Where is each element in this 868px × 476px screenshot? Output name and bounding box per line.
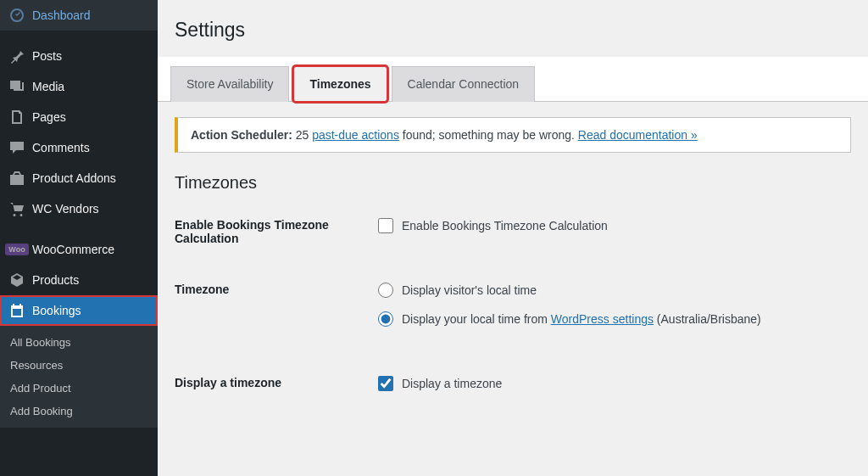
checkbox-label-display[interactable]: Display a timezone: [378, 376, 851, 391]
row-timezone: Timezone Display visitor's local time Di…: [175, 272, 851, 350]
tab-calendar-connection[interactable]: Calendar Connection: [392, 66, 536, 102]
label-timezone: Timezone: [175, 283, 378, 296]
notice-bold: Action Scheduler:: [191, 128, 292, 142]
dashboard-icon: [8, 7, 25, 24]
tab-store-availability[interactable]: Store Availability: [170, 66, 289, 102]
sidebar-item-label: Dashboard: [32, 8, 91, 22]
section-title: Timezones: [158, 168, 868, 208]
sidebar-item-label: Comments: [32, 141, 90, 154]
radio-visitor-time[interactable]: [378, 283, 393, 298]
sidebar-item-label: Posts: [32, 49, 62, 63]
sidebar-item-label: Bookings: [32, 304, 81, 317]
label-display-timezone: Display a timezone: [175, 376, 378, 389]
label-enable-timezone-calc: Enable Bookings Timezone Calculation: [175, 218, 378, 245]
sidebar-submenu: All Bookings Resources Add Product Add B…: [0, 326, 158, 428]
sidebar-item-media[interactable]: Media: [0, 71, 158, 102]
sidebar-item-label: Pages: [32, 110, 66, 124]
sidebar-item-label: WC Vendors: [32, 202, 99, 216]
tabs-nav: Store Availability Timezones Calendar Co…: [158, 57, 868, 102]
addons-icon: [8, 170, 25, 187]
checkbox-enable-timezone-calc[interactable]: [378, 218, 393, 233]
link-wordpress-settings[interactable]: WordPress settings: [551, 312, 654, 326]
main-content: Settings Store Availability Timezones Ca…: [158, 0, 868, 476]
admin-sidebar: Dashboard Posts Media Pages Comments Pro…: [0, 0, 158, 476]
sidebar-item-product-addons[interactable]: Product Addons: [0, 163, 158, 193]
sidebar-item-label: Product Addons: [32, 171, 116, 185]
sidebar-item-comments[interactable]: Comments: [0, 132, 158, 163]
sidebar-item-label: WooCommerce: [32, 243, 114, 256]
page-title: Settings: [158, 0, 868, 57]
row-display-timezone: Display a timezone Display a timezone: [175, 366, 851, 415]
action-scheduler-notice: Action Scheduler: 25 past-due actions fo…: [175, 117, 851, 153]
notice-link-docs[interactable]: Read documentation »: [578, 128, 698, 142]
sidebar-item-bookings[interactable]: Bookings: [0, 295, 158, 326]
checkbox-display-timezone[interactable]: [378, 376, 393, 391]
submenu-item-add-booking[interactable]: Add Booking: [0, 400, 158, 423]
notice-text: found; something may be wrong.: [403, 128, 575, 142]
notice-count: 25: [296, 128, 309, 142]
sidebar-item-label: Media: [32, 80, 64, 93]
radio-local-time[interactable]: [378, 311, 393, 327]
sidebar-item-dashboard[interactable]: Dashboard: [0, 0, 158, 31]
checkbox-label-enable[interactable]: Enable Bookings Timezone Calculation: [378, 218, 851, 233]
submenu-item-resources[interactable]: Resources: [0, 354, 158, 377]
sidebar-item-label: Products: [32, 273, 79, 287]
pin-icon: [8, 48, 25, 64]
row-enable-timezone-calc: Enable Bookings Timezone Calculation Ena…: [175, 208, 851, 257]
radio-label-local-time[interactable]: Display your local time from WordPress s…: [378, 311, 851, 327]
sidebar-item-woocommerce[interactable]: Woo WooCommerce: [0, 234, 158, 265]
sidebar-item-pages[interactable]: Pages: [0, 102, 158, 132]
pages-icon: [8, 109, 25, 126]
tab-timezones[interactable]: Timezones: [293, 66, 387, 102]
notice-link-past-due[interactable]: past-due actions: [312, 128, 399, 142]
cart-icon: [8, 200, 25, 217]
products-icon: [8, 272, 25, 288]
sidebar-item-products[interactable]: Products: [0, 265, 158, 295]
media-icon: [8, 78, 25, 95]
woo-icon: Woo: [8, 241, 25, 258]
sidebar-item-posts[interactable]: Posts: [0, 41, 158, 71]
radio-label-visitor-time[interactable]: Display visitor's local time: [378, 283, 851, 298]
submenu-item-add-product[interactable]: Add Product: [0, 377, 158, 400]
comments-icon: [8, 139, 25, 156]
calendar-icon: [8, 302, 25, 319]
sidebar-item-wc-vendors[interactable]: WC Vendors: [0, 193, 158, 224]
submenu-item-all-bookings[interactable]: All Bookings: [0, 331, 158, 354]
